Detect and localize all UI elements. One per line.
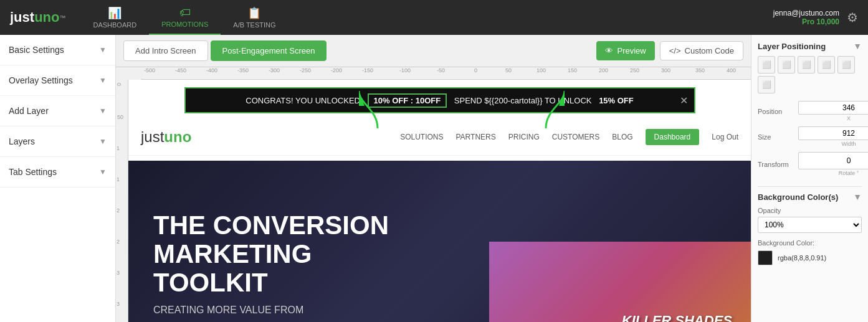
transform-row: Transform Rotate ° ↔ Flip [758, 152, 862, 176]
nav-item-ab-testing[interactable]: 📋 A/B TESTING [221, 0, 288, 35]
site-nav-dashboard[interactable]: Dashboard [646, 129, 700, 145]
position-label: Position [758, 108, 798, 115]
settings-icon[interactable]: ⚙ [847, 10, 858, 25]
promo-bar: CONGRATS! YOU UNLOCKED 10% OFF : 10OFF S… [184, 87, 695, 113]
sidebar-label-layers: Layers [9, 136, 35, 146]
logo-uno: uno [34, 9, 59, 26]
ruler-mark-v: 0 [116, 83, 122, 86]
logo-just: just [10, 9, 34, 26]
tab-post-engagement[interactable]: Post-Engagement Screen [211, 40, 327, 61]
dashboard-icon: 📊 [108, 6, 122, 20]
color-preview-row: rgba(8,8,8,0.91) [758, 250, 862, 265]
ruler-mark: 100 [537, 67, 546, 73]
tab-add-intro-label: Add Intro Screen [135, 46, 196, 55]
panel-chevron-icon: ▼ [853, 41, 862, 51]
custom-code-label: Custom Code [685, 46, 734, 55]
hero-subtitle: CREATING MORE VALUE FROM [153, 305, 389, 316]
align-middle-v-icon[interactable]: ⬜ [837, 56, 855, 73]
chevron-down-icon: ▼ [99, 107, 107, 115]
bg-color-chevron-icon: ▼ [853, 192, 862, 202]
promo-bar-text: CONGRATS! YOU UNLOCKED 10% OFF : 10OFF S… [246, 93, 634, 108]
tabs-bar: Add Intro Screen Post-Engagement Screen … [116, 35, 751, 67]
custom-code-button[interactable]: </> Custom Code [660, 41, 743, 60]
sidebar-item-add-layer[interactable]: Add Layer ▼ [0, 96, 115, 126]
site-nav-solutions[interactable]: SOLUTIONS [400, 133, 443, 141]
ruler-mark: -200 [331, 67, 342, 73]
ruler-mark-v: 2 [117, 239, 120, 245]
promo-text-before: CONGRATS! YOU UNLOCKED [246, 96, 360, 105]
top-nav: justuno™ 📊 DASHBOARD 🏷 PROMOTIONS 📋 A/B … [0, 0, 868, 35]
ruler-mark: 250 [630, 67, 639, 73]
ruler-mark: -350 [237, 67, 249, 73]
chevron-down-icon: ▼ [99, 168, 107, 176]
site-hero: THE CONVERSIONMARKETINGTOOLKIT CREATING … [128, 161, 751, 322]
size-width-label: Width [841, 141, 856, 147]
size-width-input[interactable] [798, 126, 868, 140]
user-plan: Pro 10,000 [802, 17, 839, 26]
ruler-mark: -50 [437, 67, 445, 73]
site-nav: SOLUTIONS PARTNERS PRICING CUSTOMERS BLO… [400, 129, 738, 145]
sidebar-item-layers[interactable]: Layers ▼ [0, 126, 115, 157]
code-icon: </> [669, 46, 681, 55]
align-bottom-icon[interactable]: ⬜ [758, 76, 775, 93]
site-logo: justuno [141, 128, 191, 146]
opacity-select[interactable]: 100% [758, 217, 862, 233]
preview-button[interactable]: 👁 Preview [596, 41, 654, 60]
ruler-vertical: 0 50 1 1 2 2 3 3 [116, 80, 128, 322]
size-label: Size [758, 133, 798, 141]
align-left-icon[interactable]: ⬜ [758, 56, 775, 73]
position-row: Position X Y [758, 101, 862, 121]
site-nav-blog[interactable]: BLOG [612, 133, 632, 141]
canvas-area: -500 -450 -400 -350 -300 -250 -200 -150 … [116, 67, 751, 322]
nav-right: jenna@justuno.com Pro 10,000 ⚙ [773, 9, 858, 26]
layer-positioning-header: Layer Positioning ▼ [758, 41, 862, 51]
ruler-mark-v: 3 [117, 301, 120, 307]
ruler-mark: 300 [661, 67, 670, 73]
sidebar-label-add-layer: Add Layer [9, 106, 49, 116]
chevron-down-icon: ▼ [99, 45, 107, 54]
rotate-input[interactable] [798, 152, 868, 169]
transform-inputs: Rotate ° ↔ Flip [798, 152, 868, 176]
transform-label: Transform [758, 161, 798, 168]
hero-title: THE CONVERSIONMARKETINGTOOLKIT [153, 211, 389, 298]
ruler-mark-v: 50 [117, 114, 123, 120]
opacity-label: Opacity [758, 207, 862, 214]
color-value: rgba(8,8,8,0.91) [778, 254, 826, 262]
ruler-mark: 350 [695, 67, 705, 73]
canvas-scroll[interactable]: CONGRATS! YOU UNLOCKED 10% OFF : 10OFF S… [128, 80, 751, 322]
position-x-input[interactable] [798, 101, 868, 115]
divider [758, 186, 862, 187]
color-swatch[interactable] [758, 250, 773, 265]
ruler-mark-v: 1 [117, 145, 120, 151]
close-icon[interactable]: ✕ [680, 95, 688, 107]
chevron-down-icon: ▼ [99, 76, 107, 85]
logo-tm: ™ [59, 14, 65, 21]
align-top-icon[interactable]: ⬜ [818, 56, 835, 73]
position-x-label: X [847, 115, 851, 121]
align-center-h-icon[interactable]: ⬜ [778, 56, 795, 73]
right-panel: Layer Positioning ▼ ⬜ ⬜ ⬜ ⬜ ⬜ ⬜ Position… [751, 35, 868, 322]
tab-add-intro[interactable]: Add Intro Screen [123, 40, 208, 61]
arrow-right [527, 85, 565, 135]
ruler-mark-v: 2 [117, 207, 120, 214]
ruler-mark: 150 [568, 67, 577, 73]
site-nav-partners[interactable]: PARTNERS [456, 133, 496, 141]
ruler-mark: 200 [599, 67, 608, 73]
ruler-mark: -400 [206, 67, 217, 73]
bg-color-container: Background Color: rgba(8,8,8,0.91) [758, 239, 862, 265]
nav-user: jenna@justuno.com Pro 10,000 [773, 9, 839, 26]
user-email: jenna@justuno.com [773, 9, 839, 17]
alignment-icons: ⬜ ⬜ ⬜ ⬜ ⬜ ⬜ [758, 56, 862, 93]
ruler-mark: 0 [474, 67, 477, 73]
align-right-icon[interactable]: ⬜ [798, 56, 815, 73]
ruler-mark: -100 [399, 67, 411, 73]
sidebar-item-overlay-settings[interactable]: Overlay Settings ▼ [0, 65, 115, 96]
nav-item-dashboard[interactable]: 📊 DASHBOARD [80, 0, 149, 35]
site-nav-logout[interactable]: Log Out [712, 133, 738, 141]
sidebar-item-basic-settings[interactable]: Basic Settings ▼ [0, 35, 115, 65]
bg-color-title: Background Color(s) [758, 192, 838, 202]
rotate-label: Rotate ° [839, 170, 859, 176]
nav-item-promotions[interactable]: 🏷 PROMOTIONS [149, 0, 221, 35]
sidebar-item-tab-settings[interactable]: Tab Settings ▼ [0, 157, 115, 187]
ab-testing-icon: 📋 [247, 6, 261, 20]
